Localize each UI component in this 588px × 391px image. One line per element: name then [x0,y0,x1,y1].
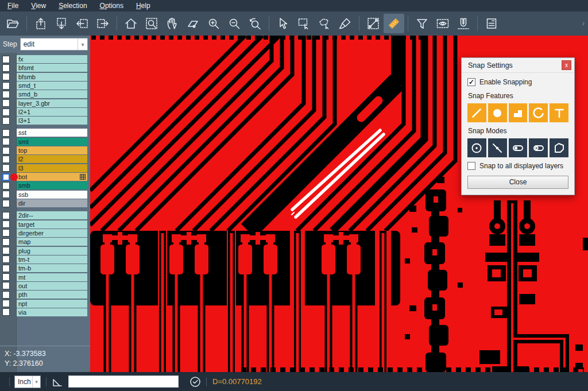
layer-row[interactable]: mt [0,273,90,281]
select-rectangle-button[interactable] [293,14,314,33]
menu-options[interactable]: Options [94,1,130,11]
pan-button[interactable] [162,14,183,33]
layer-visibility-checkbox[interactable] [2,64,10,72]
layer-row[interactable]: l3+1 [0,117,90,125]
layer-row[interactable]: tm-t [0,255,90,264]
select-polygon-button[interactable] [314,14,335,33]
menu-help[interactable]: Help [130,1,157,11]
snap-feature-surface-button[interactable] [509,103,528,122]
menu-view[interactable]: View [25,1,52,11]
layer-row[interactable]: out [0,282,90,290]
layer-row[interactable]: l2 [0,155,90,163]
layer-visibility-checkbox[interactable] [2,291,10,299]
snap-mode-midpoint-button[interactable] [488,138,507,157]
dialog-titlebar[interactable]: Snap Settings x [462,58,574,73]
snap-mode-center-button[interactable] [467,138,486,157]
layer-row[interactable]: smt [0,138,90,146]
layer-row[interactable]: map [0,238,90,246]
layer-row[interactable]: l3 [0,164,90,172]
enable-snapping-row[interactable]: ✓ Enable Snapping [467,78,568,86]
layer-visibility-checkbox[interactable] [2,182,10,189]
snap-mode-slot-outline-button[interactable] [529,138,548,157]
layer-row[interactable]: bfsmb [0,73,90,81]
menu-file[interactable]: File [1,1,25,11]
layer-visibility-checkbox[interactable] [2,212,10,219]
layer-visibility-checkbox[interactable] [2,200,10,207]
close-icon[interactable]: x [562,60,571,70]
zoom-selection-button[interactable] [183,14,203,33]
layer-row[interactable]: top [0,146,90,154]
dialog-close-button[interactable]: Close [467,176,568,189]
snap-feature-line-button[interactable] [467,103,486,122]
layer-visibility-checkbox[interactable] [2,300,10,307]
zoom-previous-button[interactable] [245,14,265,33]
toolbar-overflow-icon[interactable]: › [582,20,585,28]
layer-visibility-checkbox[interactable] [2,164,10,172]
command-input[interactable] [68,375,179,388]
layer-row[interactable]: layer_3.gbr [0,99,90,107]
layer-visibility-checkbox[interactable] [2,91,10,98]
layer-row[interactable]: bfsmt [0,64,90,72]
layer-visibility-checkbox[interactable] [2,109,10,116]
layer-row[interactable]: plug [0,247,90,255]
layer-row[interactable]: pth [0,291,90,299]
layer-visibility-checkbox[interactable] [2,173,10,181]
layer-visibility-checkbox[interactable] [2,56,10,63]
chevron-down-icon[interactable]: ▾ [32,376,40,388]
brush-select-button[interactable] [335,14,355,33]
snap-feature-arc-button[interactable] [529,103,548,122]
layer-visibility-checkbox[interactable] [2,255,10,263]
layer-visibility-checkbox[interactable] [2,117,10,125]
layer-visibility-checkbox[interactable] [2,156,10,163]
layer-row[interactable]: tm-b [0,264,90,272]
layer-visibility-checkbox[interactable] [2,220,10,228]
zoom-window-button[interactable] [141,14,162,33]
measure-ruler-button[interactable] [384,14,404,33]
toggle-visibility-button[interactable] [432,14,453,33]
layer-visibility-checkbox[interactable] [2,138,10,145]
layer-row[interactable]: npt [0,300,90,308]
apply-button[interactable] [189,375,202,388]
layer-row[interactable]: l2+1 [0,108,90,116]
layer-visibility-checkbox[interactable] [2,273,10,281]
layer-visibility-checkbox[interactable] [2,147,10,154]
select-pointer-button[interactable] [273,14,293,33]
home-view-button[interactable] [121,14,141,33]
snap-feature-pad-button[interactable] [488,103,507,122]
layer-visibility-checkbox[interactable] [2,229,10,237]
layer-visibility-checkbox[interactable] [2,99,10,107]
angle-mode-button[interactable] [51,375,64,388]
layer-row[interactable]: 2dir-- [0,211,90,219]
layer-row[interactable]: smd_t [0,82,90,90]
layer-visibility-checkbox[interactable] [2,129,10,137]
layer-row[interactable]: smb [0,181,90,189]
layer-visibility-checkbox[interactable] [2,191,10,198]
layer-row[interactable]: sst [0,129,90,137]
snap-mode-slot-filled-button[interactable] [509,138,528,157]
snap-all-layers-checkbox[interactable] [467,162,475,170]
layer-visibility-checkbox[interactable] [2,282,10,289]
zoom-out-button[interactable] [224,14,245,33]
layer-row[interactable]: dirgerber [0,229,90,237]
layer-row[interactable]: smd_b [0,90,90,98]
layer-visibility-checkbox[interactable] [2,247,10,254]
open-file-button[interactable] [2,14,23,33]
shift-left-button[interactable] [72,14,92,33]
layer-row[interactable]: target [0,220,90,229]
layer-visibility-checkbox[interactable] [2,265,10,272]
shift-right-button[interactable] [92,14,113,33]
snap-all-layers-row[interactable]: Snap to all displayed layers [467,162,568,170]
unit-select[interactable]: Inch ▾ [14,375,41,388]
chevron-down-icon[interactable]: ▾ [78,38,87,50]
filter-button[interactable] [412,14,432,33]
layer-row[interactable]: dir [0,199,90,207]
pcb-canvas-area[interactable]: Snap Settings x ✓ Enable Snapping Snap F… [90,36,588,372]
layer-visibility-checkbox[interactable] [2,82,10,90]
step-select[interactable]: edit ▾ [20,38,88,51]
layer-visibility-checkbox[interactable] [2,73,10,80]
layer-row[interactable]: ssb [0,191,90,199]
zoom-in-button[interactable] [203,14,224,33]
report-button[interactable] [481,14,502,33]
shift-up-button[interactable] [30,14,51,33]
shift-down-button[interactable] [51,14,72,33]
